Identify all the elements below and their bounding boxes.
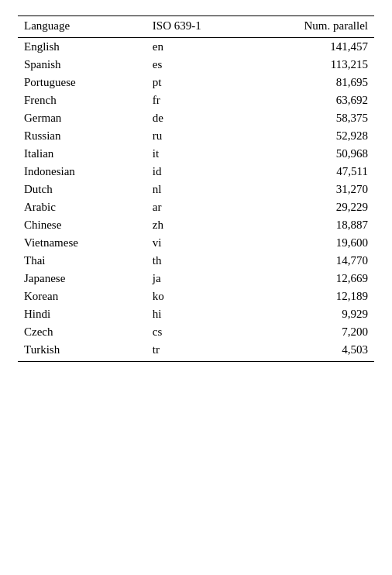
table-row-count: 58,375 — [256, 109, 374, 127]
table-container: Language ISO 639-1 Num. parallel English… — [18, 15, 374, 362]
table-row-iso: fr — [122, 91, 256, 109]
table-row-language: Chinese — [18, 216, 122, 234]
table-row-language: Arabic — [18, 198, 122, 216]
table-row-count: 12,189 — [256, 288, 374, 305]
table-row-iso: vi — [122, 234, 256, 252]
table-row-count: 7,200 — [256, 323, 374, 341]
table-row-count: 29,229 — [256, 198, 374, 216]
table-row-iso: nl — [122, 181, 256, 198]
table-row-count: 52,928 — [256, 127, 374, 145]
table-row-count: 12,669 — [256, 270, 374, 288]
table-row-iso: tr — [122, 341, 256, 362]
table-row-iso: zh — [122, 216, 256, 234]
table-row-count: 14,770 — [256, 252, 374, 270]
table-row-language: Spanish — [18, 56, 122, 74]
table-row-count: 18,887 — [256, 216, 374, 234]
table-row-count: 50,968 — [256, 145, 374, 163]
table-row-count: 141,457 — [256, 38, 374, 57]
table-row-language: Thai — [18, 252, 122, 270]
table-row-count: 113,215 — [256, 56, 374, 74]
table-row-iso: th — [122, 252, 256, 270]
table-row-count: 81,695 — [256, 74, 374, 91]
table-row-iso: de — [122, 109, 256, 127]
table-row-iso: pt — [122, 74, 256, 91]
table-row-count: 4,503 — [256, 341, 374, 362]
table-row-language: Japanese — [18, 270, 122, 288]
col-header-count: Num. parallel — [256, 16, 374, 38]
table-row-iso: ko — [122, 288, 256, 305]
table-row-count: 63,692 — [256, 91, 374, 109]
table-row-language: Hindi — [18, 305, 122, 323]
table-row-language: English — [18, 38, 122, 57]
table-row-iso: it — [122, 145, 256, 163]
table-row-count: 31,270 — [256, 181, 374, 198]
table-row-iso: ru — [122, 127, 256, 145]
table-row-iso: ja — [122, 270, 256, 288]
table-row-count: 19,600 — [256, 234, 374, 252]
table-row-language: Korean — [18, 288, 122, 305]
table-row-iso: hi — [122, 305, 256, 323]
table-row-language: Turkish — [18, 341, 122, 362]
data-table: Language ISO 639-1 Num. parallel English… — [18, 15, 374, 362]
table-row-language: German — [18, 109, 122, 127]
table-row-count: 9,929 — [256, 305, 374, 323]
col-header-iso: ISO 639-1 — [122, 16, 256, 38]
table-row-language: Russian — [18, 127, 122, 145]
table-row-language: Portuguese — [18, 74, 122, 91]
table-row-iso: es — [122, 56, 256, 74]
table-row-language: Vietnamese — [18, 234, 122, 252]
table-row-language: Czech — [18, 323, 122, 341]
table-row-language: Italian — [18, 145, 122, 163]
table-row-iso: en — [122, 38, 256, 57]
col-header-language: Language — [18, 16, 122, 38]
table-row-iso: cs — [122, 323, 256, 341]
table-row-iso: ar — [122, 198, 256, 216]
table-row-count: 47,511 — [256, 163, 374, 181]
table-row-language: French — [18, 91, 122, 109]
table-row-language: Dutch — [18, 181, 122, 198]
table-row-iso: id — [122, 163, 256, 181]
table-row-language: Indonesian — [18, 163, 122, 181]
